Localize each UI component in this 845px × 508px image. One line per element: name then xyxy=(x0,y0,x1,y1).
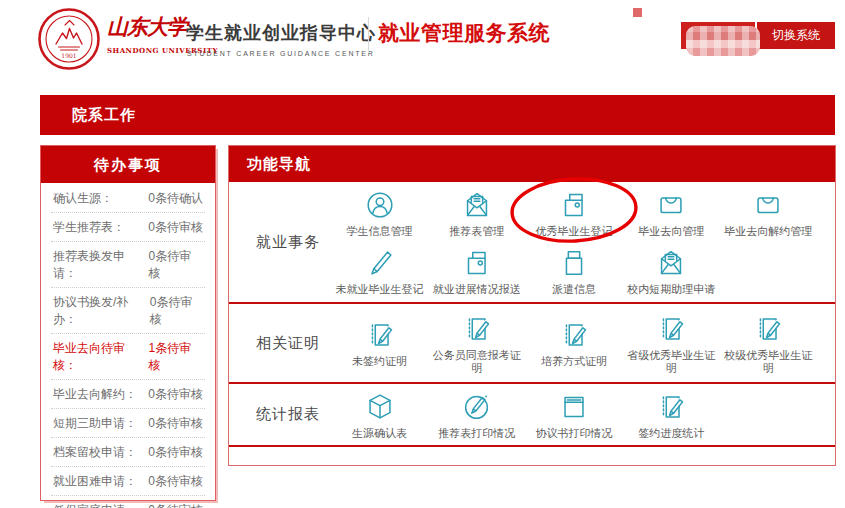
nav-item-label: 毕业去向解约管理 xyxy=(724,225,812,238)
nav-item[interactable]: 校内短期助理申请 xyxy=(623,242,720,300)
nav-item[interactable]: 毕业去向解约管理 xyxy=(720,184,817,242)
doc-pencil-icon xyxy=(557,318,591,352)
nav-item[interactable]: 推荐表打印情况 xyxy=(428,386,525,443)
system-title: 就业管理服务系统 xyxy=(378,19,550,47)
todo-item-label: 毕业去向待审核： xyxy=(53,340,149,374)
todo-item-count: 0条待审核 xyxy=(148,415,203,432)
redaction-stray-pixel xyxy=(633,8,642,17)
nav-item-label: 优秀毕业生登记 xyxy=(535,225,612,238)
nav-item[interactable]: 就业进展情况报送 xyxy=(428,242,525,300)
todo-item[interactable]: 短期三助申请：0条待审核 xyxy=(51,409,205,438)
function-section: 统计报表生源确认表 推荐表打印情况协议书打印情况 签约进度统计 xyxy=(229,384,835,447)
nav-item[interactable]: 派遣信息 xyxy=(525,242,622,300)
nav-item[interactable]: 学生信息管理 xyxy=(331,184,428,242)
todo-item-count: 0条待审核 xyxy=(148,502,203,508)
nav-item-label: 生源确认表 xyxy=(352,427,407,440)
nav-item[interactable]: 未签约证明 xyxy=(331,306,428,380)
todo-item[interactable]: 确认生源：0条待确认 xyxy=(51,184,205,213)
doc-pencil-icon xyxy=(460,312,494,346)
grid-row: 学生信息管理 推荐表管理优秀毕业生登记 毕业去向管理毕业去向解约管理 xyxy=(331,184,817,242)
todo-item-label: 就业困难申请： xyxy=(53,473,137,490)
todo-item-count: 0条待审核 xyxy=(148,386,203,403)
todo-item-label: 协议书换发/补办： xyxy=(53,294,150,328)
todo-item-count: 0条待审核 xyxy=(148,444,203,461)
wallet-icon xyxy=(557,188,591,222)
doc-pencil-icon xyxy=(751,312,785,346)
nav-item[interactable]: 毕业去向管理 xyxy=(623,184,720,242)
doc-pencil-icon xyxy=(654,390,688,424)
todo-item[interactable]: 就业困难申请：0条待审核 xyxy=(51,467,205,496)
nav-item[interactable]: 培养方式证明 xyxy=(525,306,622,380)
todo-item[interactable]: 推荐表换发申请：0条待审核 xyxy=(51,242,205,288)
todo-item[interactable]: 协议书换发/补办：0条待审核 xyxy=(51,288,205,334)
wallet-icon xyxy=(460,246,494,280)
section-name: 就业事务 xyxy=(229,182,331,302)
page-title: 院系工作 xyxy=(72,95,835,135)
cube-icon xyxy=(363,390,397,424)
nav-item[interactable]: 公务员同意报考证明 xyxy=(428,306,525,380)
university-seal-logo: 1901 xyxy=(37,7,101,71)
todo-item[interactable]: 学生推荐表：0条待审核 xyxy=(51,213,205,242)
section-grid: 学生信息管理 推荐表管理优秀毕业生登记 毕业去向管理毕业去向解约管理未就业毕业生… xyxy=(331,182,835,302)
todo-item-label: 低保家庭申请： xyxy=(53,502,137,508)
cabinet-icon xyxy=(557,246,591,280)
user-circle-icon xyxy=(363,188,397,222)
todo-item-count: 0条待审核 xyxy=(148,473,203,490)
section-grid: 未签约证明 公务员同意报考证明 培养方式证明 省级优秀毕业生证明 校级优秀毕业生… xyxy=(331,304,835,382)
function-sections: 就业事务 学生信息管理 推荐表管理优秀毕业生登记 毕业去向管理毕业去向解约管理未… xyxy=(229,182,835,447)
todo-item-label: 档案留校申请： xyxy=(53,444,137,461)
todo-sidebar-title: 待办事项 xyxy=(41,146,215,183)
nav-item-label: 校级优秀毕业生证明 xyxy=(722,349,815,375)
nav-item-label: 省级优秀毕业生证明 xyxy=(625,349,718,375)
nav-item-label: 未就业毕业生登记 xyxy=(336,283,424,296)
todo-sidebar: 待办事项 确认生源：0条待确认学生推荐表：0条待审核推荐表换发申请：0条待审核协… xyxy=(40,145,216,501)
grid-row: 生源确认表 推荐表打印情况协议书打印情况 签约进度统计 xyxy=(331,386,817,443)
section-name: 相关证明 xyxy=(229,304,331,382)
section-grid: 生源确认表 推荐表打印情况协议书打印情况 签约进度统计 xyxy=(331,384,835,445)
nav-item[interactable]: 推荐表管理 xyxy=(428,184,525,242)
todo-list: 确认生源：0条待确认学生推荐表：0条待审核推荐表换发申请：0条待审核协议书换发/… xyxy=(41,183,215,508)
todo-item-count: 0条待审核 xyxy=(150,294,203,328)
header-divider xyxy=(368,17,369,53)
mail-open-icon xyxy=(460,188,494,222)
nav-item-label: 协议书打印情况 xyxy=(535,427,612,440)
nav-item-label: 学生信息管理 xyxy=(347,225,413,238)
nav-item[interactable]: 签约进度统计 xyxy=(623,386,720,443)
nav-item[interactable]: 省级优秀毕业生证明 xyxy=(623,306,720,380)
career-center-name-cn: 学生就业创业指导中心 xyxy=(186,21,376,45)
page: 1901 山东大学 SHANDONG UNIVERSITY 学生就业创业指导中心… xyxy=(0,0,845,508)
inbox-tray-icon xyxy=(654,188,688,222)
section-name: 统计报表 xyxy=(229,384,331,445)
todo-item-label: 确认生源： xyxy=(53,190,113,207)
switch-system-button[interactable]: 切换系统 xyxy=(757,22,835,49)
function-section: 就业事务 学生信息管理 推荐表管理优秀毕业生登记 毕业去向管理毕业去向解约管理未… xyxy=(229,182,835,304)
nav-item-label: 派遣信息 xyxy=(552,283,596,296)
university-name-cn: 山东大学 xyxy=(107,13,187,41)
todo-item-label: 短期三助申请： xyxy=(53,415,137,432)
pencil-circle-icon xyxy=(460,390,494,424)
username-redaction-blur xyxy=(686,26,760,56)
nav-item[interactable]: 未就业毕业生登记 xyxy=(331,242,428,300)
nav-item[interactable]: 协议书打印情况 xyxy=(525,386,622,443)
function-section: 相关证明 未签约证明 公务员同意报考证明 培养方式证明 省级优秀毕业生证明 校级… xyxy=(229,304,835,384)
nav-item[interactable]: 生源确认表 xyxy=(331,386,428,443)
todo-item-label: 毕业去向解约： xyxy=(53,386,137,403)
nav-item-label: 就业进展情况报送 xyxy=(433,283,521,296)
todo-item-label: 推荐表换发申请： xyxy=(53,248,149,282)
doc-pencil-icon xyxy=(654,312,688,346)
function-nav-title: 功能导航 xyxy=(229,146,835,182)
grid-row: 未就业毕业生登记就业进展情况报送派遣信息 校内短期助理申请 xyxy=(331,242,817,300)
nav-item[interactable]: 校级优秀毕业生证明 xyxy=(720,306,817,380)
todo-item[interactable]: 毕业去向解约：0条待审核 xyxy=(51,380,205,409)
todo-item-count: 0条待审核 xyxy=(149,248,203,282)
nav-item[interactable]: 优秀毕业生登记 xyxy=(525,184,622,242)
todo-item[interactable]: 低保家庭申请：0条待审核 xyxy=(51,496,205,508)
todo-item[interactable]: 毕业去向待审核：1条待审核 xyxy=(51,334,205,380)
nav-item-label: 签约进度统计 xyxy=(638,427,704,440)
todo-item-count: 0条待审核 xyxy=(148,219,203,236)
nav-item-label: 培养方式证明 xyxy=(541,355,607,368)
todo-item[interactable]: 档案留校申请：0条待审核 xyxy=(51,438,205,467)
doc-pencil-icon xyxy=(363,318,397,352)
nav-item-label: 公务员同意报考证明 xyxy=(430,349,523,375)
nav-item-label: 推荐表管理 xyxy=(449,225,504,238)
